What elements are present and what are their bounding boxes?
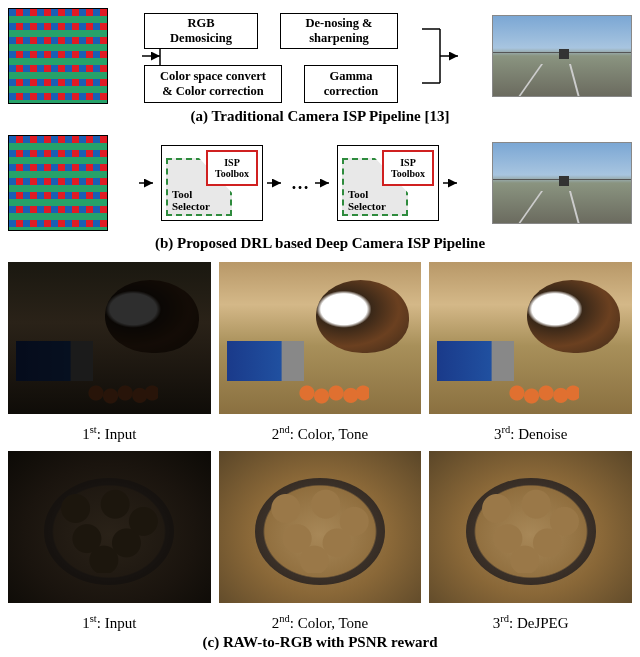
thumb-r1c2 (219, 262, 422, 414)
label-r2c3: 3rd: DeJPEG (429, 613, 632, 632)
ellipsis: … (289, 173, 311, 194)
label-r1c2: 2nd: Color, Tone (219, 424, 422, 443)
drl-module-2: Tool Selector ISP Toolbox (337, 145, 439, 221)
thumb-r1c1 (8, 262, 211, 414)
caption-c: (c) RAW-to-RGB with PSNR reward (8, 634, 632, 651)
thumb-r1c3 (429, 262, 632, 414)
thumb-r2c3 (429, 451, 632, 603)
drl-module-1: Tool Selector ISP Toolbox (161, 145, 263, 221)
tool-selector-label: Tool Selector (172, 188, 210, 212)
label-r1c1: 1st: Input (8, 424, 211, 443)
isp-toolbox-2: ISP Toolbox (382, 150, 434, 186)
thumb-r2c2 (219, 451, 422, 603)
pipeline-a-diagram: RGB Demosicing De-nosing & sharpening Co… (118, 9, 482, 103)
bayer-pattern-input-b (8, 135, 108, 231)
isp-toolbox-label: ISP Toolbox (208, 157, 256, 179)
box-sharpen: De-nosing & sharpening (280, 13, 398, 49)
thumb-r2c1 (8, 451, 211, 603)
isp-toolbox-1: ISP Toolbox (206, 150, 258, 186)
box-gamma-label: Gamma correction (324, 69, 379, 99)
box-sharpen-label: De-nosing & sharpening (305, 16, 372, 46)
output-image-b (492, 142, 632, 224)
pipeline-b-diagram: Tool Selector ISP Toolbox … Tool Selecto… (118, 136, 482, 230)
label-r2c2: 2nd: Color, Tone (219, 613, 422, 632)
arrow-b-1 (139, 173, 157, 193)
caption-a: (a) Traditional Camera ISP Pipeline [13] (8, 108, 632, 125)
box-demosaic-label: RGB Demosicing (170, 16, 232, 46)
box-color: Color space convert & Color correction (144, 65, 282, 103)
arrow-b-2 (267, 173, 285, 193)
arrow-b-4 (443, 173, 461, 193)
output-image-a (492, 15, 632, 97)
label-r1c3: 3rd: Denoise (429, 424, 632, 443)
arrow-b-3 (315, 173, 333, 193)
box-demosaic: RGB Demosicing (144, 13, 258, 49)
bayer-pattern-input (8, 8, 108, 104)
panel-c-grid: 1st: Input 2nd: Color, Tone 3rd: Denoise… (8, 262, 632, 632)
box-gamma: Gamma correction (304, 65, 398, 103)
label-r2c1: 1st: Input (8, 613, 211, 632)
panel-b: Tool Selector ISP Toolbox … Tool Selecto… (8, 135, 632, 231)
box-color-label: Color space convert & Color correction (160, 69, 266, 99)
caption-b: (b) Proposed DRL based Deep Camera ISP P… (8, 235, 632, 252)
panel-a: RGB Demosicing De-nosing & sharpening Co… (8, 8, 632, 104)
